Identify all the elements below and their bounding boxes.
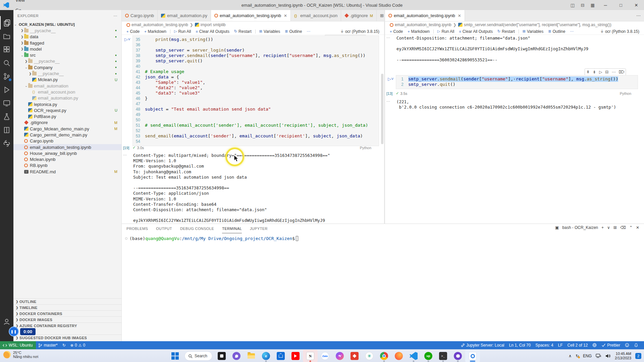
section-timeline[interactable]: ❯TIMELINE	[13, 304, 121, 310]
toolbar-clear-all-outputs[interactable]: ≡Clear All Outputs	[457, 28, 494, 35]
taskbar-search[interactable]: Search	[184, 351, 212, 361]
terminal-launch-icon[interactable]: ▣	[555, 225, 559, 230]
kernel-picker[interactable]: ⏚ocr (Python 3.8.15)	[340, 29, 384, 34]
taskbar-terminal-icon[interactable]: >_	[436, 350, 450, 362]
cell-editor[interactable]: 1smtp_server.sendmail(sender["username"]…	[396, 75, 638, 89]
tray-device-icon[interactable]	[596, 354, 601, 358]
tab-email_automation_testing.ipynb[interactable]: email_automation_testing.ipynb✕	[385, 10, 465, 21]
tray-language[interactable]: ENG	[583, 354, 592, 358]
tree-item-.gitignore[interactable]: .gitignoreM	[13, 120, 121, 126]
kernel-picker[interactable]: ⏚ocr (Python 3.8.15)	[600, 29, 644, 34]
taskbar-youtube-icon[interactable]	[288, 350, 303, 362]
tab-Cargo.ipynb[interactable]: Cargo.ipynb	[122, 10, 158, 21]
weather-widget[interactable]: 25°C Nắng nhiều nơi	[3, 351, 38, 359]
taskbar-store-icon[interactable]	[273, 350, 288, 362]
tray-clock[interactable]: 10:45 AM 2/13/2023	[615, 352, 631, 360]
cell-toolbar-more-icon[interactable]: ⋯	[611, 70, 615, 74]
toolbar-code[interactable]: +Code	[124, 28, 142, 35]
taskbar-github-icon[interactable]	[450, 350, 465, 362]
cell-toolbar-split-icon[interactable]: ⊟	[605, 70, 608, 74]
close-panel-icon[interactable]: ✕	[636, 225, 639, 230]
breadcrumb-right[interactable]: email_automation_testing.ipynb❯smtp_serv…	[385, 21, 644, 28]
taskbar-chrome-icon[interactable]	[377, 350, 391, 362]
status-cell-2-of-12[interactable]: Cell 2 of 12	[565, 341, 590, 349]
cell-toolbar-delete-icon[interactable]: ⌦	[619, 70, 624, 74]
status-prettier[interactable]: Prettier	[599, 341, 623, 349]
taskbar-vscode-icon[interactable]	[406, 350, 421, 362]
output-collapse-icon[interactable]: ⋯	[386, 36, 396, 63]
tree-item-Cargo_Mclean_demo_main.py[interactable]: Cargo_Mclean_demo_main.pyM	[13, 126, 121, 132]
status-spaces-4[interactable]: Spaces: 4	[533, 341, 555, 349]
tree-item-data[interactable]: ❯data•	[13, 34, 121, 40]
cell-toolbar-run-icon[interactable]: ▷	[599, 70, 602, 74]
python-icon[interactable]	[0, 137, 13, 150]
tree-item-email_automation[interactable]: ⌄email_automation	[13, 83, 121, 89]
close-button[interactable]: ✕	[629, 0, 644, 10]
status-ln-1-col-70[interactable]: Ln 1, Col 70	[507, 341, 533, 349]
toolbar-run-all[interactable]: ▷Run All	[172, 28, 193, 35]
split-terminal-icon[interactable]: ⊞	[613, 225, 617, 230]
panel-tab-terminal[interactable]: TERMINAL	[222, 224, 242, 233]
tree-item-model[interactable]: ❯model	[13, 46, 121, 52]
problems-item[interactable]: ⊗ 0 ⚠ 0	[68, 341, 88, 349]
toolbar-more[interactable]: ⋯	[305, 28, 312, 35]
jupyter-icon[interactable]	[0, 123, 13, 137]
tab-email_automation.py[interactable]: email_automation.py	[158, 10, 211, 21]
tray-volume-icon[interactable]	[605, 354, 611, 358]
toolbar-code[interactable]: +Code	[388, 28, 405, 35]
toolbar-outline[interactable]: ≣Outline	[283, 28, 304, 35]
tree-item-Cargo_permit_demo_main.py[interactable]: Cargo_permit_demo_main.py	[13, 132, 121, 138]
notification-badge[interactable]: 2	[635, 353, 641, 359]
output-collapse-icon[interactable]: ⋯	[123, 153, 133, 224]
toolbar-run-all[interactable]: ▷Run All	[435, 28, 457, 35]
taskbar-firefox-icon[interactable]	[391, 350, 406, 362]
toggle-panel-icon[interactable]: ⊟	[578, 3, 588, 8]
toolbar-restart[interactable]: ↻Restart	[232, 28, 254, 35]
section-docker-containers[interactable]: ❯DOCKER CONTAINERS	[13, 310, 121, 316]
terminal-dropdown-icon[interactable]: ∨	[607, 225, 610, 230]
tree-item-leptonica.py[interactable]: leptonica.py	[13, 101, 121, 107]
section-outline[interactable]: ❯OUTLINE	[13, 298, 121, 304]
tree-item-__pycache__[interactable]: ❯__pycache__•	[13, 70, 121, 76]
tree-item-__pycache__[interactable]: ❯__pycache__•	[13, 58, 121, 64]
toolbar-markdown[interactable]: +Markdown	[406, 28, 432, 35]
taskbar-zalo-icon[interactable]: Zalo	[318, 350, 332, 362]
tree-item-__pycache__[interactable]: ❯__pycache__•	[13, 27, 121, 34]
status-feedback[interactable]	[623, 341, 632, 349]
toolbar-variables[interactable]: ⊞Variables	[257, 28, 282, 35]
notebook-cell-left[interactable]: ▷˅35 print(msg.as_string())36 37 smtp_se…	[122, 36, 379, 146]
output-collapse-icon[interactable]: ⋯	[386, 99, 396, 110]
panel-tab-output[interactable]: OUTPUT	[156, 224, 172, 233]
tab-close-icon[interactable]: ✕	[458, 13, 461, 18]
remote-explorer-icon[interactable]	[0, 97, 13, 110]
explorer-icon[interactable]	[0, 16, 13, 29]
taskbar-file-explorer-icon[interactable]	[244, 350, 259, 362]
tab-.gitignore[interactable]: .gitignoreM	[341, 10, 377, 21]
status-jupyter-server-local[interactable]: Jupyter Server: Local	[458, 341, 506, 349]
cell-toolbar-run-above-icon[interactable]: ⇞	[586, 70, 590, 74]
cell-editor[interactable]: 35 print(msg.as_string())36 37 smtp_serv…	[132, 36, 379, 146]
menu-view[interactable]: View	[12, 0, 36, 5]
section-docker-images[interactable]: ❯DOCKER IMAGES	[13, 316, 121, 322]
tab-action-icon[interactable]: ⊞	[380, 13, 384, 18]
taskbar-red-app-icon[interactable]	[347, 350, 362, 362]
tray-chevron-icon[interactable]: ∧	[569, 354, 572, 358]
toolbar-markdown[interactable]: +Markdown	[142, 28, 168, 35]
tree-item-Mclean.py[interactable]: Mclean.pyU	[13, 77, 121, 83]
status-bell[interactable]	[632, 341, 641, 349]
source-control-icon[interactable]	[0, 70, 13, 83]
tab-email_automation_testing.ipynb[interactable]: email_automation_testing.ipynb✕	[211, 10, 291, 21]
tree-item-README.md[interactable]: iREADME.mdM	[13, 169, 121, 175]
kill-terminal-icon[interactable]: ⌫	[620, 225, 626, 230]
toolbar-restart[interactable]: ↻Restart	[495, 28, 517, 35]
toolbar-more[interactable]: ⋯	[568, 28, 576, 35]
tree-item-OCR_request.py[interactable]: OCR_request.pyU	[13, 107, 121, 113]
tree-item-PdfBase.py[interactable]: PdfBase.py	[13, 113, 121, 119]
taskbar-chat-icon[interactable]	[229, 350, 244, 362]
toolbar-variables[interactable]: ⊞Variables	[521, 28, 545, 35]
run-cell-button[interactable]: ▷˅	[386, 75, 396, 89]
remote-folder-icon[interactable]	[0, 29, 13, 43]
breadcrumb-left[interactable]: email_automation_testing.ipynb❯import sm…	[122, 21, 384, 28]
search-icon[interactable]	[0, 56, 13, 70]
tree-item-Company[interactable]: ⌄Company•	[13, 64, 121, 70]
